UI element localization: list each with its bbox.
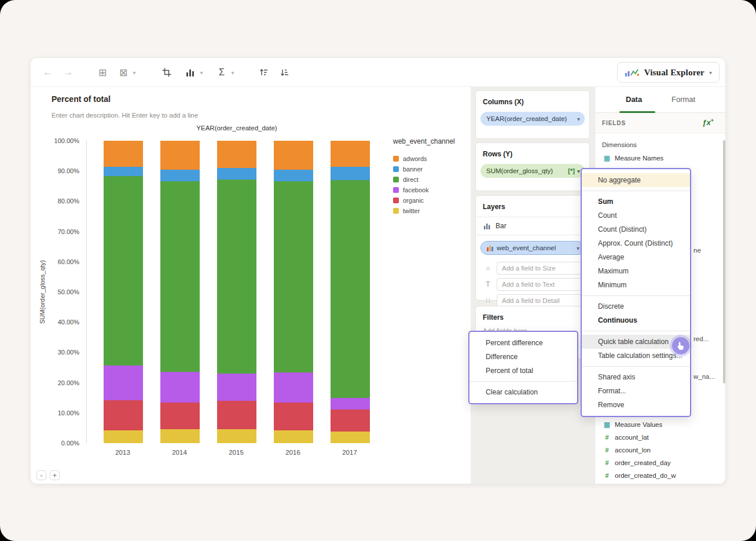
sort-ascending-button[interactable] bbox=[256, 58, 271, 87]
number-icon: # bbox=[603, 447, 611, 454]
bar-segment-facebook[interactable] bbox=[160, 372, 200, 403]
legend-item-banner[interactable]: banner bbox=[393, 164, 468, 174]
columns-field-pill[interactable]: YEAR(order_created_date) ▾ bbox=[480, 112, 585, 126]
menu-item-minimum[interactable]: Minimum bbox=[582, 278, 690, 292]
sort-descending-button[interactable] bbox=[277, 58, 292, 87]
menu-item-no-aggregate[interactable]: No aggregate bbox=[582, 173, 690, 187]
aggregate-dropdown[interactable]: ▾ bbox=[229, 58, 237, 87]
bar-segment-organic[interactable] bbox=[331, 410, 370, 432]
menu-item-approx-count-distinct[interactable]: Approx. Count (Distinct) bbox=[582, 236, 690, 250]
legend-item-facebook[interactable]: facebook bbox=[393, 185, 468, 195]
legend-item-twitter[interactable]: twitter bbox=[393, 206, 468, 216]
text-field-slot[interactable]: T Add a field to Text bbox=[476, 278, 589, 291]
menu-item-count-distinct[interactable]: Count (Distinct) bbox=[582, 222, 690, 236]
field-label: account_lat bbox=[615, 434, 649, 441]
bar-2013[interactable] bbox=[104, 141, 143, 443]
menu-item-difference[interactable]: Difference bbox=[469, 350, 577, 364]
back-button[interactable]: ← bbox=[40, 58, 55, 87]
menu-item-format[interactable]: Format... bbox=[582, 384, 690, 398]
forward-button[interactable]: → bbox=[61, 58, 76, 87]
bar-segment-direct[interactable] bbox=[274, 181, 313, 372]
menu-item-shared-axis[interactable]: Shared axis bbox=[582, 370, 690, 384]
crop-tool-button[interactable] bbox=[159, 58, 174, 87]
chevron-down-icon[interactable]: ▾ bbox=[577, 116, 580, 122]
menu-item-continuous[interactable]: Continuous bbox=[582, 313, 690, 327]
bar-segment-facebook[interactable] bbox=[331, 398, 370, 410]
menu-item-discrete[interactable]: Discrete bbox=[582, 299, 690, 313]
chart-description-placeholder[interactable]: Enter chart description. Hit Enter key t… bbox=[52, 112, 198, 119]
menu-item-remove[interactable]: Remove bbox=[582, 398, 690, 412]
bar-segment-adwords[interactable] bbox=[331, 141, 370, 167]
chart-title[interactable]: Percent of total bbox=[52, 94, 111, 104]
chart-pane: Percent of total Enter chart description… bbox=[31, 87, 471, 484]
field-item-order-created-day[interactable]: #order_created_day bbox=[595, 456, 726, 469]
bar-segment-twitter[interactable] bbox=[160, 429, 200, 443]
field-item-measure-names[interactable]: ▦ Measure Names bbox=[595, 152, 726, 165]
remove-chart-dropdown[interactable]: ▾ bbox=[130, 58, 138, 87]
duplicate-chart-button[interactable]: ⊞ bbox=[95, 58, 110, 87]
fields-scrollbar[interactable] bbox=[723, 140, 725, 383]
bar-segment-facebook[interactable] bbox=[104, 365, 143, 400]
bar-segment-direct[interactable] bbox=[104, 176, 143, 365]
bar-segment-direct[interactable] bbox=[217, 180, 256, 374]
chevron-down-icon[interactable]: ▾ bbox=[577, 245, 579, 251]
bar-segment-organic[interactable] bbox=[104, 400, 143, 430]
tab-format[interactable]: Format bbox=[671, 95, 695, 104]
bar-segment-adwords[interactable] bbox=[160, 141, 200, 170]
menu-item-count[interactable]: Count bbox=[582, 209, 690, 222]
bar-segment-adwords[interactable] bbox=[217, 141, 256, 168]
chart-type-dropdown[interactable]: ▾ bbox=[197, 58, 205, 87]
bar-segment-banner[interactable] bbox=[274, 170, 313, 181]
bar-segment-direct[interactable] bbox=[331, 180, 370, 398]
bar-segment-organic[interactable] bbox=[274, 403, 313, 430]
aggregate-button[interactable]: Σ bbox=[214, 58, 229, 87]
bar-2016[interactable] bbox=[274, 141, 313, 443]
bar-segment-facebook[interactable] bbox=[274, 372, 313, 403]
bar-2017[interactable] bbox=[331, 141, 370, 443]
field-item-account-lat[interactable]: #account_lat bbox=[595, 431, 726, 444]
field-item-order-created-do-w[interactable]: #order_created_do_w bbox=[595, 469, 726, 482]
bar-segment-twitter[interactable] bbox=[331, 432, 370, 443]
add-calculation-button[interactable]: ƒx+ bbox=[702, 118, 714, 127]
field-item-measure-values[interactable]: ▦Measure Values bbox=[595, 418, 726, 431]
legend-item-adwords[interactable]: adwords bbox=[393, 153, 468, 164]
app-switcher-button[interactable]: Visual Explorer ▾ bbox=[617, 62, 720, 83]
bar-segment-direct[interactable] bbox=[160, 181, 200, 372]
bar-segment-adwords[interactable] bbox=[274, 141, 313, 170]
color-field-pill[interactable]: web_event_channel ▾ bbox=[480, 241, 585, 255]
chevron-down-icon[interactable]: ▾ bbox=[577, 168, 580, 174]
menu-item-clear-calculation[interactable]: Clear calculation bbox=[469, 385, 577, 399]
detail-field-slot[interactable]: ∷ Add a field to Detail bbox=[476, 294, 589, 307]
bar-2015[interactable] bbox=[217, 141, 256, 443]
menu-item-percent-difference[interactable]: Percent difference bbox=[469, 336, 577, 350]
legend-item-direct[interactable]: direct bbox=[393, 174, 468, 185]
chart-type-button[interactable] bbox=[183, 58, 198, 87]
menu-item-percent-of-total[interactable]: Percent of total bbox=[469, 364, 577, 378]
bar-segment-banner[interactable] bbox=[104, 167, 143, 176]
bar-2014[interactable] bbox=[160, 141, 200, 443]
bar-segment-facebook[interactable] bbox=[217, 374, 256, 401]
legend-item-organic[interactable]: organic bbox=[393, 195, 468, 206]
layer-type-row[interactable]: Bar bbox=[476, 217, 589, 230]
bar-segment-twitter[interactable] bbox=[274, 430, 313, 443]
size-field-slot[interactable]: ○ Add a field to Size bbox=[476, 262, 589, 275]
rows-field-pill[interactable]: SUM(order_gloss_qty) [*] ▾ bbox=[480, 164, 585, 178]
bar-segment-banner[interactable] bbox=[160, 170, 200, 181]
bar-segment-banner[interactable] bbox=[331, 167, 370, 180]
menu-item-maximum[interactable]: Maximum bbox=[582, 264, 690, 278]
menu-item-average[interactable]: Average bbox=[582, 250, 690, 264]
remove-chart-button[interactable]: ⊠ bbox=[116, 58, 131, 87]
zoom-out-button[interactable]: - bbox=[36, 470, 46, 480]
field-item-account-lon[interactable]: #account_lon bbox=[595, 444, 726, 456]
bar-segment-twitter[interactable] bbox=[217, 429, 256, 443]
menu-item-sum[interactable]: Sum bbox=[582, 195, 690, 209]
x-tick-label: 2017 bbox=[330, 449, 369, 456]
bar-segment-adwords[interactable] bbox=[104, 141, 143, 167]
bar-segment-organic[interactable] bbox=[160, 403, 200, 429]
bar-segment-banner[interactable] bbox=[217, 168, 256, 180]
number-icon: # bbox=[603, 459, 611, 466]
bar-segment-twitter[interactable] bbox=[104, 430, 143, 443]
zoom-in-button[interactable]: + bbox=[50, 470, 60, 480]
bar-segment-organic[interactable] bbox=[217, 401, 256, 429]
tab-data[interactable]: Data bbox=[626, 95, 642, 104]
